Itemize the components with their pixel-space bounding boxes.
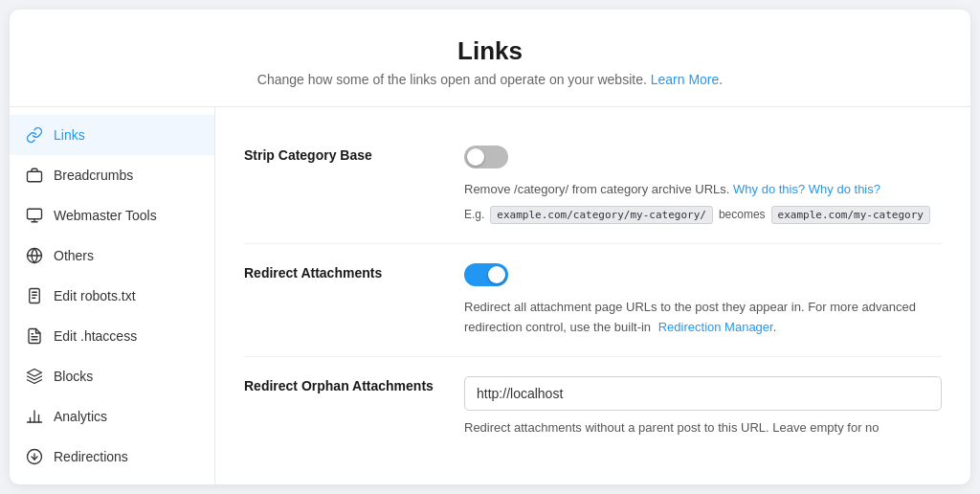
redirect-attachments-control: Redirect all attachment page URLs to the…: [464, 263, 942, 338]
redirect-orphan-input[interactable]: [464, 376, 942, 411]
svg-marker-7: [28, 370, 42, 377]
svg-rect-4: [30, 289, 40, 303]
links-icon: [25, 125, 44, 145]
code-example: E.g. example.com/category/my-category/ b…: [464, 206, 942, 224]
sidebar-item-links[interactable]: Links: [10, 115, 214, 155]
content-area: Strip Category Base Remove /category/ fr…: [215, 107, 970, 484]
sidebar-label-breadcrumbs: Breadcrumbs: [54, 168, 133, 183]
header-description: Change how some of the links open and op…: [29, 72, 951, 87]
sidebar-label-others: Others: [54, 248, 94, 263]
analytics-icon: [25, 407, 44, 426]
why-do-this-link[interactable]: Why do this?: [733, 182, 805, 196]
sidebar-label-analytics: Analytics: [54, 409, 107, 424]
sidebar-label-htaccess: Edit .htaccess: [54, 328, 137, 344]
sidebar-item-edit-htaccess[interactable]: Edit .htaccess: [10, 316, 214, 356]
redirect-orphan-desc: Redirect attachments without a parent po…: [464, 418, 942, 438]
sidebar-item-analytics[interactable]: Analytics: [10, 396, 214, 437]
blocks-icon: [25, 367, 44, 386]
sidebar-item-edit-robots[interactable]: Edit robots.txt: [10, 276, 214, 316]
htaccess-icon: [25, 326, 44, 346]
learn-more-link[interactable]: Learn More: [651, 72, 720, 87]
redirect-orphan-label: Redirect Orphan Attachments: [244, 376, 435, 438]
breadcrumbs-icon: [25, 166, 44, 185]
svg-rect-0: [28, 171, 42, 182]
others-icon: [25, 246, 44, 265]
sidebar-label-webmaster: Webmaster Tools: [54, 208, 157, 223]
sidebar-item-blocks[interactable]: Blocks: [10, 356, 214, 396]
main-body: Links Breadcrumbs: [10, 107, 970, 484]
setting-strip-category-base: Strip Category Base Remove /category/ fr…: [244, 126, 942, 244]
redirect-attachments-toggle[interactable]: [464, 263, 942, 290]
strip-category-label: Strip Category Base: [244, 146, 435, 224]
sidebar-item-breadcrumbs[interactable]: Breadcrumbs: [10, 155, 214, 195]
redirections-icon: [25, 447, 44, 466]
redirect-attachments-desc: Redirect all attachment page URLs to the…: [464, 298, 942, 338]
strip-category-toggle[interactable]: [464, 146, 942, 172]
webmaster-icon: [25, 206, 44, 225]
sidebar-label-blocks: Blocks: [54, 369, 93, 384]
sidebar-label-redirections: Redirections: [54, 449, 128, 464]
svg-rect-1: [28, 209, 42, 219]
redirect-attachments-label: Redirect Attachments: [244, 263, 435, 338]
setting-redirect-orphan: Redirect Orphan Attachments Redirect att…: [244, 357, 942, 458]
code-before: example.com/category/my-category/: [490, 206, 713, 224]
setting-redirect-attachments: Redirect Attachments Redirect all attach…: [244, 244, 942, 358]
why-link-inline[interactable]: Why do this?: [809, 182, 880, 196]
strip-category-control: Remove /category/ from category archive …: [464, 146, 942, 224]
page-header: Links Change how some of the links open …: [10, 10, 970, 107]
sidebar-label-robots: Edit robots.txt: [54, 288, 136, 303]
app-container: Links Change how some of the links open …: [10, 10, 970, 484]
strip-category-desc: Remove /category/ from category archive …: [464, 180, 942, 200]
robots-icon: [25, 286, 44, 305]
code-after: example.com/my-category: [771, 206, 930, 224]
sidebar-item-redirections[interactable]: Redirections: [10, 437, 214, 477]
sidebar-item-others[interactable]: Others: [10, 236, 214, 276]
redirection-manager-link[interactable]: Redirection Manager: [658, 320, 773, 334]
redirect-orphan-control: Redirect attachments without a parent po…: [464, 376, 942, 438]
sidebar-label-links: Links: [54, 127, 85, 143]
sidebar-item-webmaster-tools[interactable]: Webmaster Tools: [10, 195, 214, 236]
sidebar: Links Breadcrumbs: [10, 107, 215, 484]
page-title: Links: [29, 36, 951, 66]
